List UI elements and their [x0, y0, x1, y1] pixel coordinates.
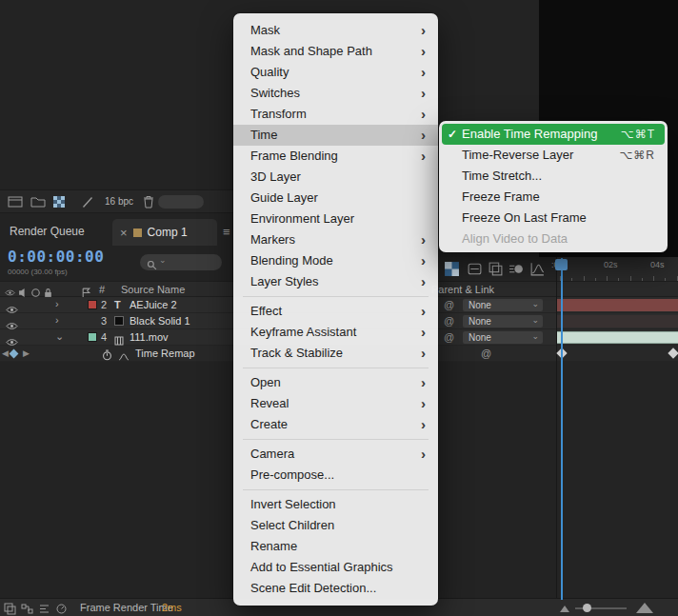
timeline-zoom-knob[interactable] [583, 604, 591, 612]
menu-item-rename[interactable]: Rename [233, 536, 438, 557]
current-time-display[interactable]: 0:00:00:00 [8, 248, 104, 266]
menu-item-scene-edit-detection[interactable]: Scene Edit Detection... [233, 578, 438, 599]
transparency-grid-icon[interactable] [444, 261, 460, 277]
submenu-item-freeze-frame[interactable]: Freeze Frame [442, 187, 665, 208]
panel-menu-icon[interactable]: ≡ [223, 225, 230, 239]
menu-item-switches[interactable]: Switches› [233, 83, 438, 104]
search-options-caret-icon[interactable]: ⌄ [159, 255, 167, 265]
property-name[interactable]: Time Remap [135, 348, 195, 359]
pickwhip-icon[interactable]: @ [481, 348, 491, 359]
menu-item-track-stabilize[interactable]: Track & Stabilize› [233, 343, 438, 364]
playhead-line[interactable] [561, 258, 563, 600]
new-composition-icon[interactable] [51, 194, 67, 209]
parent-dropdown-value: None [469, 316, 491, 327]
menu-item-pre-compose[interactable]: Pre-compose... [233, 465, 438, 486]
submenu-item-align-video-to-data: Align Video to Data [442, 229, 665, 249]
menu-item-effect[interactable]: Effect› [233, 301, 438, 322]
dropdown-caret-icon: ⌄ [531, 331, 539, 341]
adjustment-icon[interactable] [80, 194, 95, 209]
timeline-search-field[interactable]: ⌄ [140, 254, 222, 270]
time-submenu: ✓Enable Time Remapping⌥⌘TTime-Reverse La… [439, 121, 668, 252]
next-keyframe-icon[interactable]: ▶ [23, 348, 30, 358]
parent-dropdown[interactable]: None ⌄ [463, 331, 543, 344]
in-out-panes-toggle-icon[interactable] [38, 602, 50, 614]
audio-column-speaker-icon [18, 285, 29, 295]
menu-item-environment-layer[interactable]: Environment Layer [233, 209, 438, 229]
time-ruler[interactable]: :00s02s04s [557, 257, 678, 281]
submenu-item-enable-time-remapping[interactable]: ✓Enable Time Remapping⌥⌘T [442, 124, 665, 145]
submenu-item-time-reverse-layer[interactable]: Time-Reverse Layer⌥⌘R [442, 145, 665, 166]
new-folder-icon[interactable] [30, 194, 46, 209]
menu-item-open[interactable]: Open› [233, 372, 438, 393]
source-name-column-header[interactable]: Source Name [121, 284, 185, 295]
expand-chevron-icon[interactable]: › [55, 298, 59, 309]
label-color-swatch[interactable] [88, 300, 97, 309]
collapse-chevron-icon[interactable]: ⌄ [55, 330, 64, 343]
menu-item-label: Track & Stabilize [250, 343, 343, 364]
menu-item-label: Pre-compose... [250, 465, 334, 486]
shy-layers-icon[interactable] [467, 261, 483, 277]
menu-item-create[interactable]: Create› [233, 414, 438, 435]
motion-blur-icon[interactable] [508, 261, 525, 277]
close-tab-icon[interactable]: × [120, 227, 128, 239]
layer-name[interactable]: Black Solid 1 [130, 315, 190, 327]
pickwhip-icon[interactable]: @ [444, 299, 454, 310]
checkmark-icon: ✓ [448, 124, 462, 145]
tab-render-queue[interactable]: Render Queue [10, 225, 85, 238]
pickwhip-icon[interactable]: @ [444, 331, 454, 343]
menu-item-camera[interactable]: Camera› [233, 444, 438, 465]
menu-item-keyframe-assistant[interactable]: Keyframe Assistant› [233, 322, 438, 343]
menu-item-blending-mode[interactable]: Blending Mode› [233, 250, 438, 271]
interpret-footage-icon[interactable] [8, 194, 23, 209]
menu-item-markers[interactable]: Markers› [233, 229, 438, 250]
menu-item-label: Switches [250, 83, 300, 104]
layer-switches-toggle-icon[interactable] [4, 602, 16, 614]
menu-item-3d-layer[interactable]: 3D Layer [233, 167, 438, 188]
trash-icon[interactable] [141, 194, 156, 209]
zoom-in-icon[interactable] [636, 603, 653, 613]
menu-item-quality[interactable]: Quality› [233, 62, 438, 83]
render-time-indicator-icon[interactable] [55, 602, 68, 614]
layer-name[interactable]: AEJuice 2 [130, 299, 177, 310]
parent-dropdown[interactable]: None ⌄ [463, 299, 543, 311]
bit-depth-button[interactable]: 16 bpc [105, 196, 133, 207]
parent-dropdown[interactable]: None ⌄ [463, 315, 543, 328]
tab-comp-1[interactable]: × Comp 1 [112, 219, 217, 246]
project-search-field[interactable] [158, 195, 204, 209]
frame-blending-icon[interactable] [488, 261, 504, 277]
dropdown-caret-icon: ⌄ [531, 315, 539, 325]
submenu-arrow-icon: › [421, 125, 426, 146]
menu-item-frame-blending[interactable]: Frame Blending› [233, 146, 438, 167]
add-keyframe-icon[interactable] [10, 349, 19, 359]
previous-keyframe-icon[interactable]: ◀ [2, 348, 9, 358]
eye-icon[interactable] [6, 301, 18, 309]
menu-item-invert-selection[interactable]: Invert Selection [233, 494, 438, 515]
layer-bar-aejuice[interactable] [557, 299, 678, 311]
zoom-out-icon[interactable] [560, 606, 569, 612]
menu-item-guide-layer[interactable]: Guide Layer [233, 188, 438, 209]
menu-item-add-to-essential-graphics[interactable]: Add to Essential Graphics [233, 557, 438, 578]
graph-editor-icon[interactable] [529, 261, 546, 277]
expand-chevron-icon[interactable]: › [55, 314, 59, 326]
menu-item-transform[interactable]: Transform› [233, 104, 438, 125]
menu-item-layer-styles[interactable]: Layer Styles› [233, 271, 438, 292]
layer-bar-111-mov[interactable] [557, 331, 678, 344]
menu-item-select-children[interactable]: Select Children [233, 515, 438, 536]
stopwatch-icon[interactable] [102, 348, 112, 359]
menu-item-mask[interactable]: Mask› [233, 20, 438, 41]
eye-icon[interactable] [6, 333, 18, 342]
eye-icon[interactable] [6, 317, 18, 326]
menu-item-time[interactable]: Time› [233, 125, 438, 146]
transfer-controls-toggle-icon[interactable] [21, 602, 33, 614]
search-icon [147, 257, 157, 268]
layer-bar-black-solid[interactable] [557, 315, 678, 328]
layer-name[interactable]: 111.mov [130, 331, 169, 343]
submenu-item-time-stretch[interactable]: Time Stretch... [442, 166, 665, 187]
label-color-swatch[interactable] [88, 332, 97, 342]
menu-item-reveal[interactable]: Reveal› [233, 393, 438, 414]
pickwhip-icon[interactable]: @ [444, 315, 454, 327]
menu-item-mask-and-shape-path[interactable]: Mask and Shape Path› [233, 41, 438, 62]
submenu-item-freeze-on-last-frame[interactable]: Freeze On Last Frame [442, 208, 665, 229]
menu-item-label: Camera [250, 444, 294, 465]
playhead-handle[interactable] [555, 259, 568, 270]
